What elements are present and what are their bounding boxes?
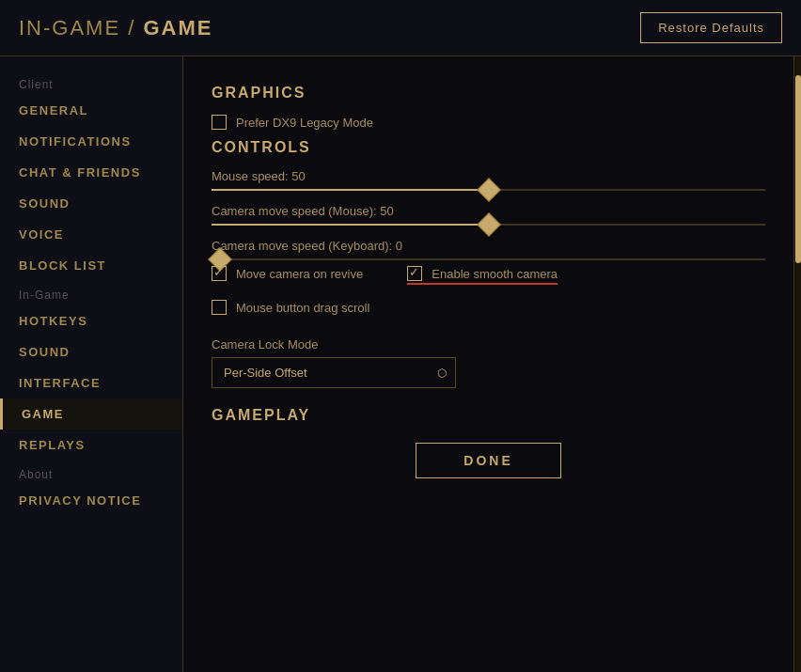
controls-title: CONTROLS: [212, 139, 765, 156]
smooth-camera-label: Enable smooth camera: [432, 267, 558, 281]
camera-mouse-fill: [212, 224, 489, 226]
content-panel: GRAPHICS Prefer DX9 Legacy Mode CONTROLS…: [183, 56, 793, 672]
gameplay-title: GAMEPLAY: [212, 407, 765, 424]
checkbox-two-col: Move camera on revive Mouse button drag …: [212, 266, 765, 324]
sidebar: Client GENERAL NOTIFICATIONS CHAT & FRIE…: [0, 56, 183, 672]
breadcrumb-light: IN-GAME /: [19, 16, 135, 39]
client-section-label: Client: [0, 70, 182, 95]
scrollbar[interactable]: [793, 56, 801, 672]
camera-keyboard-track: [212, 258, 765, 260]
dx9-checkbox[interactable]: [212, 115, 227, 130]
about-section-label: About: [0, 461, 182, 485]
camera-lock-select-wrapper: Per-Side Offset Fixed Offset Locked ⬡: [212, 357, 456, 388]
camera-keyboard-slider-container: [212, 258, 765, 260]
smooth-camera-checkbox[interactable]: [407, 266, 422, 281]
gameplay-section: GAMEPLAY: [212, 407, 765, 424]
graphics-title: GRAPHICS: [212, 85, 765, 102]
controls-section: CONTROLS Mouse speed: 50 Camera move spe…: [212, 139, 765, 388]
scrollbar-thumb[interactable]: [795, 75, 801, 263]
dx9-checkbox-row: Prefer DX9 Legacy Mode: [212, 115, 765, 130]
smooth-camera-row: Enable smooth camera: [407, 266, 558, 281]
checkbox-col-left: Move camera on revive Mouse button drag …: [212, 266, 369, 324]
camera-lock-select[interactable]: Per-Side Offset Fixed Offset Locked: [212, 357, 456, 388]
header: IN-GAME / GAME Restore Defaults: [0, 0, 801, 56]
mouse-speed-track: [212, 189, 765, 191]
move-camera-row: Move camera on revive: [212, 266, 369, 281]
sidebar-item-sound-ig[interactable]: SOUND: [0, 336, 182, 367]
sidebar-item-hotkeys[interactable]: HOTKEYS: [0, 305, 182, 336]
done-btn-container: DONE: [212, 443, 765, 478]
sidebar-item-replays[interactable]: REPLAYS: [0, 430, 182, 461]
restore-defaults-button[interactable]: Restore Defaults: [640, 12, 782, 43]
camera-keyboard-label: Camera move speed (Keyboard): 0: [212, 239, 765, 253]
move-camera-checkbox[interactable]: [212, 266, 227, 281]
sidebar-item-notifications[interactable]: NOTIFICATIONS: [0, 126, 182, 157]
mouse-drag-checkbox[interactable]: [212, 300, 227, 315]
content-area: GRAPHICS Prefer DX9 Legacy Mode CONTROLS…: [183, 56, 801, 672]
mouse-drag-label: Mouse button drag scroll: [236, 301, 369, 315]
mouse-speed-fill: [212, 189, 489, 191]
camera-lock-label: Camera Lock Mode: [212, 337, 765, 352]
sidebar-item-sound[interactable]: SOUND: [0, 188, 182, 219]
camera-mouse-track: [212, 224, 765, 226]
ingame-section-label: In-Game: [0, 281, 182, 305]
sidebar-item-chat-friends[interactable]: CHAT & FRIENDS: [0, 157, 182, 188]
sidebar-item-general[interactable]: GENERAL: [0, 95, 182, 126]
page-title: IN-GAME / GAME: [19, 16, 212, 40]
sidebar-item-block-list[interactable]: BLOCK LIST: [0, 250, 182, 281]
sidebar-item-game[interactable]: GAME: [0, 399, 182, 430]
dx9-label: Prefer DX9 Legacy Mode: [236, 116, 373, 130]
camera-mouse-slider-container: [212, 224, 765, 226]
sidebar-item-privacy[interactable]: PRIVACY NOTICE: [0, 485, 182, 516]
main-layout: Client GENERAL NOTIFICATIONS CHAT & FRIE…: [0, 56, 801, 672]
checkbox-col-right: Enable smooth camera: [407, 266, 558, 290]
mouse-speed-slider-container: [212, 189, 765, 191]
done-button[interactable]: DONE: [416, 443, 560, 478]
sidebar-item-voice[interactable]: VOICE: [0, 219, 182, 250]
mouse-drag-row: Mouse button drag scroll: [212, 300, 369, 315]
move-camera-label: Move camera on revive: [236, 267, 363, 281]
sidebar-item-interface[interactable]: INTERFACE: [0, 367, 182, 399]
breadcrumb-bold: GAME: [143, 16, 212, 39]
